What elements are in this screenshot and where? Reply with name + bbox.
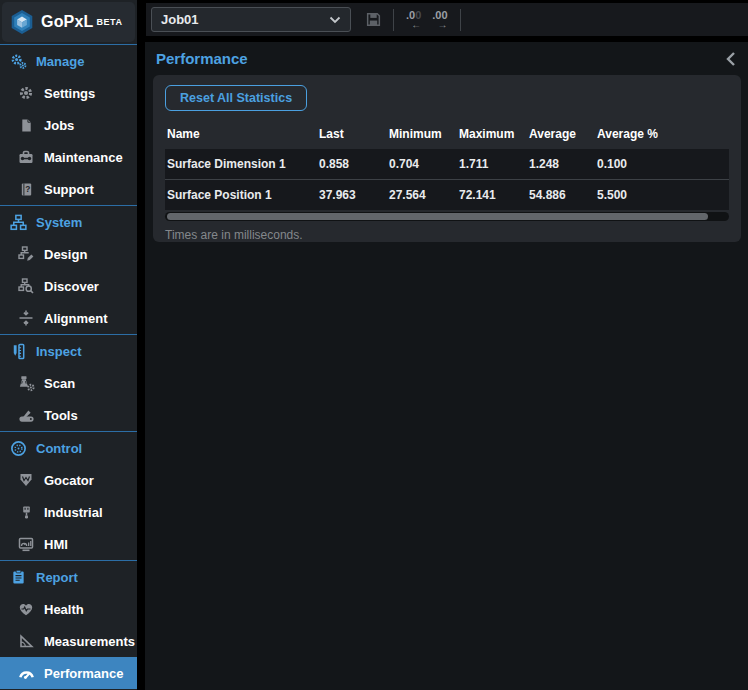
section-label: Report <box>36 570 78 585</box>
pen-ruler-icon <box>9 343 27 360</box>
sidebar-item-performance[interactable]: Performance <box>0 657 137 689</box>
sidebar-item-label: Industrial <box>44 505 103 520</box>
top-toolbar: Job01 .00 ← .00 → <box>146 3 748 36</box>
sidebar-item-health[interactable]: Health <box>0 593 137 625</box>
cell-maximum: 72.141 <box>457 180 527 211</box>
sidebar-item-measurements[interactable]: Measurements <box>0 625 137 657</box>
sidebar-item-label: HMI <box>44 537 68 552</box>
cell-average: 54.886 <box>527 180 595 211</box>
column-header-last: Last <box>317 119 387 149</box>
cell-name: Surface Position 1 <box>165 180 317 211</box>
page-title: Performance <box>156 50 248 67</box>
sidebar-item-label: Gocator <box>44 473 94 488</box>
table-footnote: Times are in milliseconds. <box>165 228 729 242</box>
plug-icon <box>17 505 35 520</box>
gopxl-cube-logo-icon <box>9 9 35 35</box>
heart-pulse-icon <box>17 601 35 617</box>
cell-average-pct: 5.500 <box>595 180 729 211</box>
cell-minimum: 0.704 <box>387 149 457 180</box>
sidebar-item-label: Design <box>44 247 87 262</box>
app-window: GoPxL BETA Manage Set <box>0 0 748 690</box>
set-square-icon <box>17 633 35 649</box>
align-arrows-icon <box>17 310 35 326</box>
horizontal-scrollbar[interactable] <box>165 212 729 221</box>
sidebar-section-report[interactable]: Report <box>0 561 137 593</box>
sidebar-item-tools[interactable]: Tools <box>0 399 137 431</box>
toolbox-icon <box>17 149 35 165</box>
column-header-name: Name <box>165 119 317 149</box>
sidebar-section-system[interactable]: System <box>0 206 137 238</box>
sidebar-section-inspect[interactable]: Inspect <box>0 335 137 367</box>
toolbar-separator <box>393 9 394 31</box>
section-label: Manage <box>36 54 84 69</box>
sidebar-item-label: Measurements <box>44 634 135 649</box>
sidebar-item-label: Health <box>44 602 84 617</box>
table-row: Surface Dimension 1 0.858 0.704 1.711 1.… <box>165 149 729 180</box>
collapse-panel-button[interactable] <box>725 51 736 67</box>
cell-minimum: 27.564 <box>387 180 457 211</box>
table-header-row: Name Last Minimum Maximum Average Averag… <box>165 119 729 149</box>
monitor-icon <box>17 536 35 552</box>
network-edit-icon <box>17 246 35 262</box>
section-label: Control <box>36 441 82 456</box>
sidebar-item-label: Alignment <box>44 311 108 326</box>
clipboard-icon <box>9 569 27 585</box>
sidebar-item-label: Support <box>44 182 94 197</box>
sidebar-item-alignment[interactable]: Alignment <box>0 302 137 334</box>
sidebar-item-industrial[interactable]: Industrial <box>0 496 137 528</box>
sidebar-item-gocator[interactable]: Gocator <box>0 464 137 496</box>
column-header-average-pct: Average % <box>595 119 729 149</box>
gear-icon <box>17 85 35 101</box>
sidebar-section-manage[interactable]: Manage <box>0 45 137 77</box>
sidebar-item-label: Jobs <box>44 118 74 133</box>
chevron-down-icon <box>329 16 341 24</box>
job-selector-value: Job01 <box>161 12 199 27</box>
sidebar-item-settings[interactable]: Settings <box>0 77 137 109</box>
sidebar: GoPxL BETA Manage Set <box>0 0 137 690</box>
statistics-card: Reset All Statistics Name Last Minimum M… <box>153 75 741 242</box>
beta-badge: BETA <box>97 17 123 27</box>
save-icon <box>365 11 382 28</box>
multi-tool-icon <box>17 407 35 424</box>
decrease-decimals-button[interactable]: .00 ← <box>405 9 422 31</box>
app-logo[interactable]: GoPxL BETA <box>2 2 135 42</box>
reset-all-statistics-button[interactable]: Reset All Statistics <box>165 85 307 111</box>
network-search-icon <box>17 278 35 294</box>
scrollbar-thumb[interactable] <box>167 213 708 220</box>
scanner-icon <box>17 375 35 392</box>
panel-header: Performance <box>145 42 748 75</box>
help-book-icon: ? <box>17 182 35 197</box>
document-icon <box>17 118 35 133</box>
job-selector-dropdown[interactable]: Job01 <box>151 7 351 32</box>
sidebar-item-design[interactable]: Design <box>0 238 137 270</box>
performance-panel: Performance Reset All Statistics Name La… <box>145 42 748 690</box>
toolbar-separator <box>460 9 461 31</box>
increase-decimals-button[interactable]: .00 → <box>431 9 448 31</box>
statistics-table: Name Last Minimum Maximum Average Averag… <box>165 119 729 210</box>
cell-name: Surface Dimension 1 <box>165 149 317 180</box>
sidebar-item-scan[interactable]: Scan <box>0 367 137 399</box>
sidebar-item-jobs[interactable]: Jobs <box>0 109 137 141</box>
right-arrow-icon: → <box>438 20 448 29</box>
sidebar-section-control[interactable]: Control <box>0 432 137 464</box>
svg-text:?: ? <box>25 184 30 194</box>
sidebar-item-hmi[interactable]: HMI <box>0 528 137 560</box>
sidebar-item-maintenance[interactable]: Maintenance <box>0 141 137 173</box>
cell-average: 1.248 <box>527 149 595 180</box>
section-label: Inspect <box>36 344 82 359</box>
chevron-left-icon <box>725 51 736 67</box>
sidebar-item-label: Discover <box>44 279 99 294</box>
cell-average-pct: 0.100 <box>595 149 729 180</box>
gears-icon <box>9 53 27 70</box>
section-label: System <box>36 215 82 230</box>
sidebar-item-support[interactable]: ? Support <box>0 173 137 205</box>
app-name: GoPxL <box>41 13 94 31</box>
column-header-average: Average <box>527 119 595 149</box>
sidebar-item-label: Settings <box>44 86 95 101</box>
cell-last: 37.963 <box>317 180 387 211</box>
column-header-minimum: Minimum <box>387 119 457 149</box>
sidebar-item-discover[interactable]: Discover <box>0 270 137 302</box>
sidebar-item-label: Tools <box>44 408 78 423</box>
save-job-button[interactable] <box>365 11 382 28</box>
cell-last: 0.858 <box>317 149 387 180</box>
